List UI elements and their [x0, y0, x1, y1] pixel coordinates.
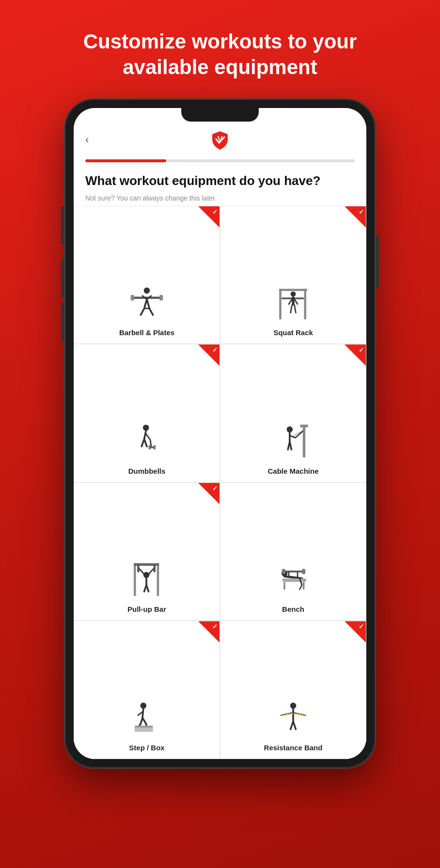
- equipment-image-dumbbells: [123, 419, 171, 463]
- svg-rect-16: [300, 425, 308, 427]
- svg-rect-28: [283, 578, 307, 582]
- question-subtitle: Not sure? You can always change this lat…: [85, 194, 355, 202]
- selected-indicator: ✓: [345, 621, 366, 642]
- svg-text:V: V: [218, 135, 223, 143]
- back-button[interactable]: ‹: [85, 134, 89, 146]
- equipment-item-squat-rack[interactable]: ✓: [220, 206, 366, 344]
- svg-point-34: [290, 702, 297, 709]
- top-bar: ‹ V: [74, 125, 366, 153]
- phone-screen: ‹ V What workout equipment do you have? …: [74, 108, 366, 759]
- selected-indicator: ✓: [345, 206, 366, 228]
- svg-rect-5: [279, 289, 282, 319]
- equipment-item-bench[interactable]: Bench: [220, 482, 366, 621]
- equipment-item-step[interactable]: ✓: [74, 620, 220, 759]
- equipment-image-step: [123, 696, 171, 740]
- svg-rect-25: [284, 571, 303, 573]
- svg-rect-18: [134, 563, 136, 596]
- equipment-grid: ✓: [74, 206, 366, 759]
- equipment-label-squat-rack: Squat Rack: [273, 328, 313, 337]
- equipment-label-cable-machine: Cable Machine: [267, 467, 318, 475]
- selected-indicator: ✓: [345, 344, 366, 366]
- question-title: What workout equipment do you have?: [85, 173, 355, 189]
- equipment-image-cable-machine: [269, 419, 317, 463]
- equipment-label-pullup-bar: Pull-up Bar: [127, 605, 166, 613]
- equipment-image-bench: [269, 558, 317, 601]
- svg-rect-4: [159, 295, 163, 301]
- svg-rect-15: [303, 425, 305, 458]
- svg-rect-13: [149, 445, 151, 450]
- svg-rect-26: [282, 569, 285, 574]
- selected-indicator: ✓: [198, 344, 220, 366]
- equipment-item-barbell[interactable]: ✓: [74, 206, 220, 344]
- equipment-label-step: Step / Box: [129, 744, 164, 752]
- page-headline: Customize workouts to your available equ…: [45, 0, 396, 99]
- svg-rect-33: [135, 726, 153, 728]
- svg-rect-30: [303, 582, 305, 589]
- svg-rect-29: [283, 582, 285, 589]
- selected-indicator: ✓: [198, 483, 220, 504]
- phone-notch: [181, 108, 259, 122]
- equipment-label-resistance-band: Resistance Band: [264, 744, 323, 752]
- selected-indicator: ✓: [198, 206, 220, 228]
- equipment-item-resistance-band[interactable]: ✓: [220, 620, 366, 759]
- svg-point-9: [291, 291, 296, 296]
- equipment-label-bench: Bench: [282, 605, 304, 613]
- svg-rect-14: [154, 445, 156, 450]
- selected-indicator: ✓: [198, 621, 220, 642]
- equipment-item-pullup-bar[interactable]: ✓: [74, 482, 220, 621]
- equipment-image-barbell: [123, 281, 171, 325]
- svg-rect-27: [302, 569, 305, 574]
- svg-point-31: [141, 702, 147, 709]
- equipment-item-dumbbells[interactable]: ✓: [74, 344, 220, 482]
- svg-rect-10: [292, 296, 294, 305]
- equipment-image-resistance-band: [269, 696, 317, 740]
- question-section: What workout equipment do you have? Not …: [74, 162, 366, 206]
- equipment-image-squat-rack: [269, 281, 317, 325]
- svg-point-11: [143, 425, 149, 431]
- svg-rect-7: [279, 289, 307, 291]
- svg-rect-6: [304, 289, 307, 319]
- equipment-label-barbell: Barbell & Plates: [119, 328, 174, 337]
- phone-mockup: ‹ V What workout equipment do you have? …: [65, 99, 375, 768]
- screen-content: ‹ V What workout equipment do you have? …: [74, 108, 366, 759]
- equipment-item-cable-machine[interactable]: ✓: [220, 344, 366, 482]
- svg-point-1: [144, 287, 150, 294]
- svg-rect-3: [131, 295, 134, 301]
- equipment-image-pullup-bar: [123, 558, 171, 601]
- equipment-label-dumbbells: Dumbbells: [128, 467, 166, 475]
- progress-bar-container: [74, 153, 366, 162]
- svg-point-17: [287, 427, 293, 433]
- app-logo: V: [209, 129, 231, 151]
- svg-rect-19: [157, 563, 159, 596]
